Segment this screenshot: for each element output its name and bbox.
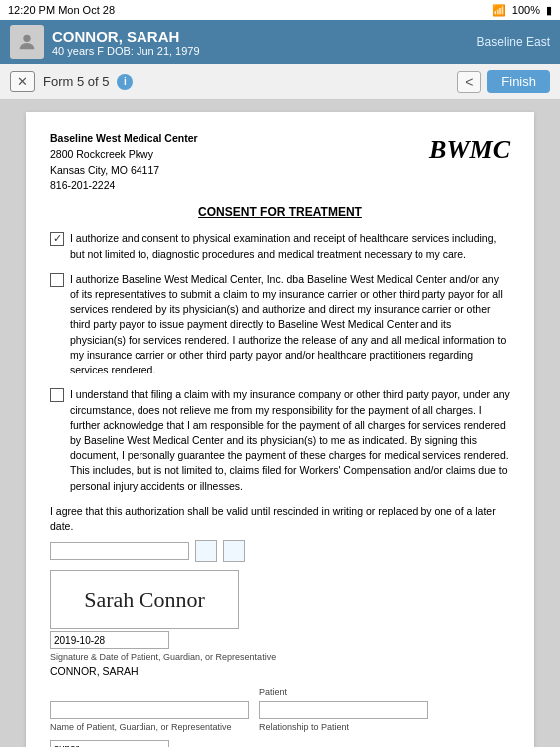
sig-date-input[interactable] xyxy=(50,631,169,649)
org-logo: BWMC xyxy=(429,131,510,169)
patient-dob: 40 years F DOB: Jun 21, 1979 xyxy=(52,45,200,57)
finish-button[interactable]: Finish xyxy=(487,70,550,93)
toolbar: ✕ Form 5 of 5 i < Finish xyxy=(0,64,560,100)
consent-item-2: I authorize Baseline West Medical Center… xyxy=(50,272,510,378)
signature-area[interactable]: Sarah Connor xyxy=(50,570,239,629)
consent-item-3: I understand that filing a claim with my… xyxy=(50,387,510,494)
org-info: Baseline West Medical Center 2800 Rockcr… xyxy=(50,131,198,194)
patient-header: CONNOR, SARAH 40 years F DOB: Jun 21, 19… xyxy=(0,20,560,64)
doc-title: CONSENT FOR TREATMENT xyxy=(50,204,510,221)
org-address1: 2800 Rockcreek Pkwy xyxy=(50,147,198,163)
name-patient-row: Name of Patient, Guardian, or Representa… xyxy=(50,686,510,734)
agree-input[interactable] xyxy=(50,542,189,560)
relationship-label: Relationship to Patient xyxy=(259,721,428,734)
form-label: Form 5 of 5 xyxy=(43,74,109,89)
agree-checkbox-2[interactable] xyxy=(223,540,245,562)
super-row xyxy=(50,740,510,747)
consent-checkbox-3[interactable] xyxy=(50,388,64,402)
avatar xyxy=(10,25,44,59)
name-input[interactable] xyxy=(50,701,249,719)
doc-header: Baseline West Medical Center 2800 Rockcr… xyxy=(50,131,510,194)
org-phone: 816-201-2224 xyxy=(50,178,198,194)
close-button[interactable]: ✕ xyxy=(10,71,35,92)
toolbar-left: ✕ Form 5 of 5 i xyxy=(10,71,133,92)
agree-text: I agree that this authorization shall be… xyxy=(50,504,510,534)
consent-text-1: I authorize and consent to physical exam… xyxy=(70,231,510,261)
patient-details: CONNOR, SARAH 40 years F DOB: Jun 21, 19… xyxy=(52,28,200,57)
status-time: 12:20 PM Mon Oct 28 xyxy=(8,4,115,16)
name-label: Name of Patient, Guardian, or Representa… xyxy=(50,721,249,734)
battery-label: 100% xyxy=(512,4,540,16)
sig-name: CONNOR, SARAH xyxy=(50,664,510,679)
patient-name: CONNOR, SARAH xyxy=(52,28,200,45)
svg-point-0 xyxy=(23,35,30,42)
consent-text-2: I authorize Baseline West Medical Center… xyxy=(70,272,510,378)
name-col: Name of Patient, Guardian, or Representa… xyxy=(50,701,249,734)
toolbar-right: < Finish xyxy=(457,70,550,93)
wifi-icon: 📶 xyxy=(492,4,506,17)
consent-text-3: I understand that filing a claim with my… xyxy=(70,387,510,494)
patient-label: Patient xyxy=(259,686,428,699)
consent-item-1: I authorize and consent to physical exam… xyxy=(50,231,510,261)
info-icon[interactable]: i xyxy=(117,74,133,90)
signature-text: Sarah Connor xyxy=(84,584,205,616)
signature-block: Sarah Connor Signature & Date of Patient… xyxy=(50,570,510,679)
sig-date-row xyxy=(50,631,510,649)
status-right: 📶 100% ▮ xyxy=(492,4,552,17)
document: Baseline West Medical Center 2800 Rockcr… xyxy=(26,112,534,747)
agree-line: I agree that this authorization shall be… xyxy=(50,504,510,562)
patient-col: Patient Relationship to Patient xyxy=(259,686,428,734)
org-name: Baseline West Medical Center xyxy=(50,131,198,147)
sig-label: Signature & Date of Patient, Guardian, o… xyxy=(50,651,510,664)
location-label: Baseline East xyxy=(477,35,550,49)
back-button[interactable]: < xyxy=(457,71,481,93)
consent-checkbox-1[interactable] xyxy=(50,232,64,246)
consent-checkbox-2[interactable] xyxy=(50,273,64,287)
org-address2: Kansas City, MO 64117 xyxy=(50,163,198,179)
battery-icon: ▮ xyxy=(546,4,552,17)
patient-input[interactable] xyxy=(259,701,428,719)
agree-checkbox-1[interactable] xyxy=(195,540,217,562)
super-input[interactable] xyxy=(50,740,169,747)
patient-info-section: CONNOR, SARAH 40 years F DOB: Jun 21, 19… xyxy=(10,25,200,59)
main-content: Baseline West Medical Center 2800 Rockcr… xyxy=(0,100,560,747)
status-bar: 12:20 PM Mon Oct 28 📶 100% ▮ xyxy=(0,0,560,20)
